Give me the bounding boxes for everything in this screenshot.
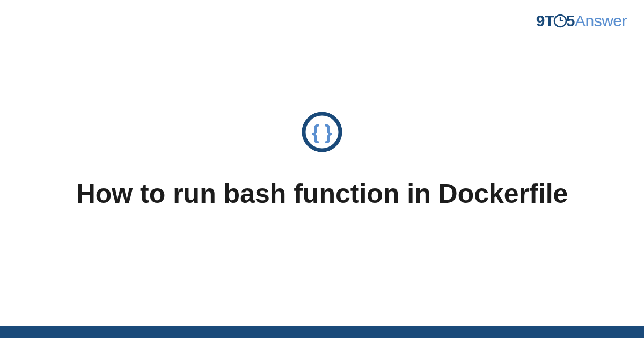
main-content: { } How to run bash function in Dockerfi… [0,0,644,338]
footer-accent-bar [0,326,644,338]
article-title: How to run bash function in Dockerfile [76,177,568,211]
code-braces-icon: { } [301,111,343,153]
svg-text:{ }: { } [312,121,332,143]
